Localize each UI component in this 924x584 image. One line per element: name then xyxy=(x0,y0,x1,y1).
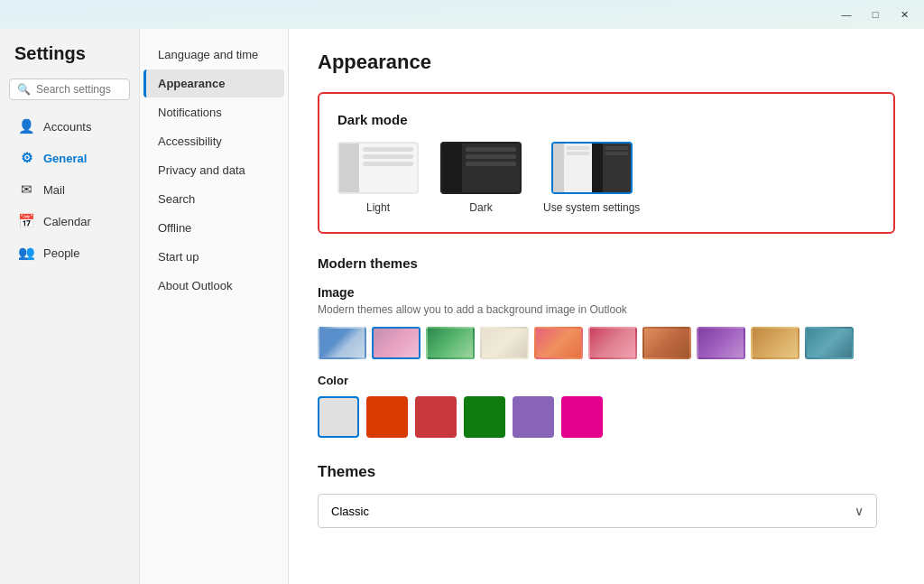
light-bar-1 xyxy=(363,147,413,152)
sidebar-item-accounts[interactable]: 👤 Accounts xyxy=(4,111,135,142)
sidebar-item-label: Calendar xyxy=(43,215,91,228)
mid-nav-notifications[interactable]: Notifications xyxy=(143,98,284,126)
system-bar-1 xyxy=(567,146,589,150)
system-bar-2 xyxy=(567,152,589,155)
minimize-button[interactable]: — xyxy=(834,5,859,23)
mid-nav-startup[interactable]: Start up xyxy=(143,243,284,271)
color-swatch-red[interactable] xyxy=(415,396,457,438)
system-light-sidebar xyxy=(553,144,564,192)
light-bar-2 xyxy=(363,154,413,159)
dark-mode-dark-option[interactable]: Dark xyxy=(440,142,522,214)
close-button[interactable]: ✕ xyxy=(892,5,917,23)
dark-bar-3 xyxy=(466,162,516,166)
sidebar-item-general[interactable]: ⚙ General xyxy=(4,143,135,173)
theme-image-5[interactable] xyxy=(588,327,637,359)
theme-image-4[interactable] xyxy=(534,327,583,359)
dark-mode-light-option[interactable]: Light xyxy=(337,142,419,214)
sidebar-item-people[interactable]: 👥 People xyxy=(4,237,135,268)
light-bar-3 xyxy=(363,162,413,166)
maximize-button[interactable]: □ xyxy=(863,5,888,23)
mid-nav-language[interactable]: Language and time xyxy=(143,41,284,69)
sidebar-item-mail[interactable]: ✉ Mail xyxy=(4,174,135,205)
theme-image-1[interactable] xyxy=(372,327,420,359)
search-box[interactable]: 🔍 xyxy=(9,79,130,100)
modern-themes-section: Modern themes Image Modern themes allow … xyxy=(318,255,895,438)
themes-heading: Themes xyxy=(318,463,895,481)
dark-bar-2 xyxy=(466,154,516,159)
calendar-icon: 📅 xyxy=(18,213,34,229)
dark-bar-1 xyxy=(466,147,516,152)
theme-image-2[interactable] xyxy=(426,327,475,359)
mail-icon: ✉ xyxy=(18,181,34,198)
light-label: Light xyxy=(366,201,390,214)
theme-image-0[interactable] xyxy=(318,327,366,359)
system-dark-half xyxy=(592,144,631,192)
system-light-half xyxy=(553,144,592,192)
sidebar-item-label: Accounts xyxy=(43,120,91,134)
light-sidebar xyxy=(339,144,359,192)
theme-image-8[interactable] xyxy=(751,327,799,359)
themes-dropdown[interactable]: Classic ∨ xyxy=(318,494,877,528)
sidebar-item-label: People xyxy=(43,246,79,260)
color-swatch-pink[interactable] xyxy=(561,396,603,438)
theme-image-6[interactable] xyxy=(642,327,691,359)
dark-sidebar xyxy=(442,144,462,192)
sidebar-item-label: Mail xyxy=(43,183,65,197)
main-content: Appearance Dark mode Light xyxy=(289,29,924,584)
color-label: Color xyxy=(318,374,895,387)
mid-nav-privacy[interactable]: Privacy and data xyxy=(143,156,284,184)
modern-themes-title: Modern themes xyxy=(318,255,895,271)
theme-image-9[interactable] xyxy=(805,327,854,359)
mid-nav-offline[interactable]: Offline xyxy=(143,214,284,242)
image-subsection-title: Image xyxy=(318,285,895,300)
settings-title: Settings xyxy=(0,43,139,79)
system-bar-4 xyxy=(605,152,628,155)
color-swatches xyxy=(318,396,895,438)
window-controls: — □ ✕ xyxy=(834,5,917,23)
accounts-icon: 👤 xyxy=(18,118,34,134)
dark-content xyxy=(462,144,520,192)
themes-section: Themes Classic ∨ xyxy=(318,463,895,528)
sidebar-item-label: General xyxy=(43,152,87,165)
dark-label: Dark xyxy=(469,201,492,214)
light-preview xyxy=(337,142,419,194)
dark-mode-title: Dark mode xyxy=(337,112,875,127)
chevron-down-icon: ∨ xyxy=(855,504,864,518)
dark-mode-section: Dark mode Light xyxy=(318,92,895,234)
search-icon: 🔍 xyxy=(17,83,31,96)
image-desc: Modern themes allow you to add a backgro… xyxy=(318,303,895,316)
titlebar: — □ ✕ xyxy=(0,0,924,29)
search-input[interactable] xyxy=(36,83,122,96)
system-preview xyxy=(551,142,633,194)
gear-icon: ⚙ xyxy=(18,150,34,166)
mid-nav-accessibility[interactable]: Accessibility xyxy=(143,127,284,155)
mid-nav: Language and time Appearance Notificatio… xyxy=(140,29,289,584)
mid-nav-search[interactable]: Search xyxy=(143,185,284,213)
color-swatch-gray[interactable] xyxy=(318,396,359,438)
theme-image-grid xyxy=(318,327,895,359)
dark-mode-system-option[interactable]: Use system settings xyxy=(543,142,640,214)
themes-selected-value: Classic xyxy=(331,505,369,518)
system-label: Use system settings xyxy=(543,201,640,214)
color-swatch-orange[interactable] xyxy=(366,396,408,438)
system-dark-sidebar xyxy=(592,144,603,192)
system-bar-3 xyxy=(605,146,628,150)
mid-nav-about[interactable]: About Outlook xyxy=(143,272,284,300)
color-swatch-green[interactable] xyxy=(464,396,505,438)
color-swatch-purple[interactable] xyxy=(513,396,554,438)
mid-nav-appearance[interactable]: Appearance xyxy=(143,70,284,97)
dark-preview xyxy=(440,142,522,194)
dark-mode-options: Light Dark xyxy=(337,142,875,214)
left-nav: Settings 🔍 👤 Accounts ⚙ General ✉ Mail 📅… xyxy=(0,29,140,584)
theme-image-7[interactable] xyxy=(697,327,745,359)
theme-image-3[interactable] xyxy=(480,327,529,359)
system-light-content xyxy=(564,144,592,192)
app-body: Settings 🔍 👤 Accounts ⚙ General ✉ Mail 📅… xyxy=(0,29,924,584)
page-title: Appearance xyxy=(318,51,895,74)
people-icon: 👥 xyxy=(18,245,34,261)
system-dark-content xyxy=(603,144,631,192)
light-content xyxy=(359,144,417,192)
sidebar-item-calendar[interactable]: 📅 Calendar xyxy=(4,206,135,236)
